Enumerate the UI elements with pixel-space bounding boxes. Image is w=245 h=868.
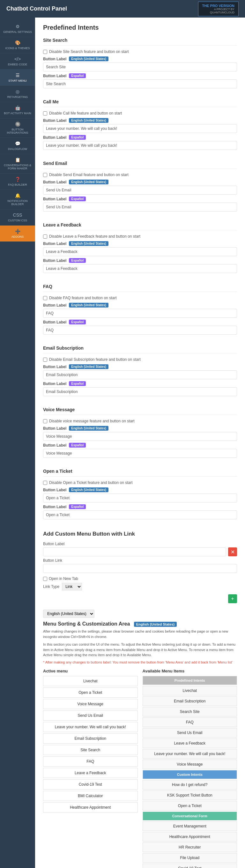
- section-open-ticket: Open a Ticket Disable Open a Ticket feat…: [43, 469, 237, 521]
- leave-feedback-es-badge: Español: [69, 258, 86, 263]
- faq-section-title: FAQ: [43, 284, 237, 289]
- gear-icon: ⚙: [16, 24, 20, 29]
- email-subscription-es-input[interactable]: [43, 387, 237, 396]
- list-item[interactable]: Open a Ticket: [143, 801, 237, 811]
- send-email-disable-checkbox[interactable]: [43, 173, 47, 177]
- voice-message-disable-checkbox[interactable]: [43, 419, 47, 423]
- site-search-disable-checkbox[interactable]: [43, 50, 47, 54]
- site-search-title: Site Search: [43, 38, 237, 43]
- custom-button-label-input[interactable]: [43, 548, 226, 556]
- open-ticket-disable-checkbox[interactable]: [43, 481, 47, 485]
- list-item[interactable]: Covid-19 Test: [143, 864, 237, 868]
- list-item[interactable]: Send Us Email: [143, 728, 237, 738]
- list-item[interactable]: Open a Ticket: [43, 687, 138, 698]
- sidebar-item-dialogflow[interactable]: 💬 DIALOGFLOW: [0, 138, 35, 154]
- list-item[interactable]: Livechat: [143, 686, 237, 695]
- list-item[interactable]: Healthcare Appointment: [43, 802, 138, 812]
- sidebar-label-addons: ADDONS: [11, 235, 24, 238]
- open-new-tab-checkbox[interactable]: [43, 577, 47, 581]
- list-item[interactable]: Voice Message: [43, 699, 138, 709]
- list-item[interactable]: Event Management: [143, 822, 237, 831]
- form-icon: 📋: [15, 157, 21, 162]
- sidebar-item-icons-themes[interactable]: 🎨 ICONS & THEMES: [0, 37, 35, 53]
- sidebar-item-general-settings[interactable]: ⚙ GENERAL SETTINGS: [0, 21, 35, 37]
- list-item[interactable]: Leave a Feedback: [143, 739, 237, 748]
- list-item[interactable]: Custom Intents: [143, 770, 237, 779]
- leave-feedback-disable-label: Disable Leave a Feedback feature and but…: [49, 234, 141, 239]
- list-item[interactable]: BMI Calculator: [43, 791, 138, 801]
- leave-feedback-en-input[interactable]: [43, 247, 237, 256]
- sidebar-label-dialogflow: DIALOGFLOW: [8, 147, 27, 151]
- list-item[interactable]: Leave a Feedback: [43, 768, 138, 778]
- site-search-es-input[interactable]: [43, 80, 237, 88]
- list-item[interactable]: Site Search: [43, 745, 138, 755]
- open-ticket-button-label-text: Button Label: [43, 488, 66, 492]
- sidebar-item-retargeting[interactable]: ◎ RETARGETING: [0, 86, 35, 102]
- sidebar-item-notification[interactable]: 🔔 NOTIFICATION BUILDER: [0, 190, 35, 209]
- active-menu-title: Active menu: [43, 669, 138, 674]
- sidebar-item-custom-css[interactable]: CSS CUSTOM CSS: [0, 209, 35, 225]
- bell-icon: 🔔: [15, 193, 21, 198]
- language-select[interactable]: English (United States) Español: [43, 610, 94, 618]
- list-item[interactable]: Email Subscription: [43, 733, 138, 744]
- open-ticket-en-input[interactable]: [43, 494, 237, 502]
- voice-message-button-label-es-text: Button Label: [43, 443, 66, 447]
- code-icon: </>: [14, 57, 21, 62]
- site-search-en-input[interactable]: [43, 63, 237, 71]
- send-email-es-input[interactable]: [43, 203, 237, 212]
- send-email-title: Send Email: [43, 161, 237, 166]
- email-subscription-es-badge: Español: [69, 381, 86, 386]
- call-me-es-input[interactable]: [43, 141, 237, 150]
- pro-label: THE PRO VERSION: [202, 4, 235, 8]
- faq-en-input[interactable]: [43, 309, 237, 318]
- sidebar-item-conversations[interactable]: 📋 CONVERSATIONS & FORM MAKER: [0, 154, 35, 174]
- list-item[interactable]: HR Recruiter: [143, 842, 237, 852]
- list-item[interactable]: Leave your number. We will call you back…: [43, 722, 138, 732]
- list-item[interactable]: How do I get refund?: [143, 780, 237, 789]
- list-item[interactable]: File Upload: [143, 853, 237, 863]
- sidebar-item-faq[interactable]: ❓ FAQ BUILDER: [0, 174, 35, 190]
- remove-button[interactable]: ✕: [228, 548, 237, 556]
- call-me-en-input[interactable]: [43, 124, 237, 133]
- list-item[interactable]: Email Subscription: [143, 696, 237, 706]
- voice-message-disable-label: Disable voice message feature and button…: [49, 419, 134, 423]
- sidebar-item-addons[interactable]: ➕ ADDONS: [0, 225, 35, 242]
- open-ticket-es-input[interactable]: [43, 510, 237, 519]
- email-subscription-en-input[interactable]: [43, 370, 237, 379]
- voice-message-en-input[interactable]: [43, 432, 237, 441]
- sidebar-label-faq: FAQ BUILDER: [8, 183, 27, 186]
- list-item[interactable]: Leave your number. We will call you back…: [143, 749, 237, 758]
- list-item[interactable]: Livechat: [43, 676, 138, 686]
- list-item[interactable]: Predefined Intents: [143, 676, 237, 685]
- voice-message-en-badge: English (United States): [69, 426, 108, 431]
- email-subscription-disable-checkbox[interactable]: [43, 358, 47, 362]
- link-type-select[interactable]: Link Page Post: [62, 583, 82, 590]
- active-menu-col: Active menu Livechat Open a Ticket Voice…: [43, 669, 138, 868]
- call-me-disable-checkbox[interactable]: [43, 111, 47, 116]
- list-item[interactable]: Search Site: [143, 707, 237, 716]
- list-item[interactable]: Voice Message: [143, 760, 237, 769]
- sidebar-label-icons: ICONS & THEMES: [5, 46, 30, 50]
- add-custom-button[interactable]: +: [228, 594, 237, 603]
- send-email-en-input[interactable]: [43, 186, 237, 194]
- list-item[interactable]: Send Us Email: [43, 710, 138, 721]
- leave-feedback-es-input[interactable]: [43, 264, 237, 273]
- custom-button-link-input[interactable]: [43, 564, 237, 573]
- list-item[interactable]: FAQ: [43, 756, 138, 767]
- list-item[interactable]: Healthcare Appointment: [143, 832, 237, 841]
- faq-disable-checkbox[interactable]: [43, 296, 47, 300]
- list-item[interactable]: KSK Support Ticket Button: [143, 790, 237, 800]
- leave-feedback-disable-checkbox[interactable]: [43, 235, 47, 239]
- call-me-button-label-es-text: Button Label: [43, 135, 66, 140]
- page-title: Predefined Intents: [43, 24, 237, 31]
- list-item[interactable]: Covid-19 Test: [43, 779, 138, 789]
- sidebar-item-button-integrations[interactable]: 🔘 BUTTON INTEGRATIONS: [0, 118, 35, 138]
- list-item[interactable]: Conversational Form: [143, 811, 237, 820]
- list-item[interactable]: FAQ: [143, 717, 237, 727]
- voice-message-es-input[interactable]: [43, 449, 237, 458]
- sidebar-item-start-menu[interactable]: ☰ START MENU: [0, 69, 35, 86]
- sidebar-item-bot-activity[interactable]: 🤖 BOT ACTIVITY MAIN: [0, 102, 35, 118]
- sidebar-item-embed-code[interactable]: </> EMBED CODE: [0, 53, 35, 69]
- sidebar: ⚙ GENERAL SETTINGS 🎨 ICONS & THEMES </> …: [0, 18, 35, 868]
- faq-es-input[interactable]: [43, 326, 237, 335]
